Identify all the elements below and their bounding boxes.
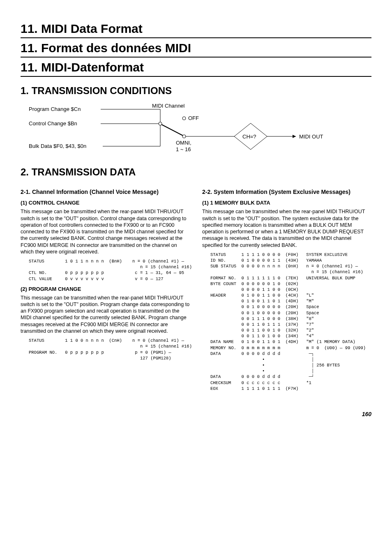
- diag-off: OFF: [188, 115, 199, 121]
- title-en: 11. MIDI Data Format: [21, 21, 371, 38]
- diag-midi-channel: MIDI Channel: [152, 103, 185, 109]
- col-left: 2-1. Channel Information (Channel Voice …: [21, 183, 190, 394]
- svg-point-5: [182, 117, 186, 120]
- title-de: 11. MIDI-Datenformat: [21, 59, 371, 77]
- s21-heading: 2-1. Channel Information (Channel Voice …: [21, 188, 190, 196]
- cc-title: (1) CONTROL CHANGE: [21, 200, 190, 207]
- pc-body: This message can be transmitted when the…: [21, 295, 190, 335]
- page-number: 160: [21, 410, 371, 418]
- bulk-table: STATUS 1 1 1 1 0 0 0 0 (F0H) SYSTEM EXCL…: [210, 252, 371, 391]
- cc-table: STATUS 1 0 1 1 n n n n (BnH) n = 0 (chan…: [29, 258, 190, 282]
- pc-title: (2) PROGRAM CHANGE: [21, 286, 190, 293]
- diag-midi-out: MIDI OUT: [299, 134, 323, 140]
- diag-omni: OMNI,: [176, 140, 191, 146]
- diag-control-change: Control Change $Bn: [29, 120, 77, 127]
- section1-heading: 1. TRANSMISSION CONDITIONS: [21, 84, 371, 97]
- s22-heading: 2-2. System Information (System Exclusiv…: [202, 188, 371, 196]
- title-fr: 11. Format des données MIDI: [21, 40, 371, 58]
- bulk-body: This message can be transmitted when the…: [202, 208, 371, 249]
- transmission-diagram: Program Change $Cn Control Change $Bn Bu…: [29, 103, 371, 158]
- section2-heading: 2. TRANSMISSION DATA: [21, 166, 371, 178]
- diag-program-change: Program Change $Cn: [29, 106, 81, 112]
- diag-chq: CH=?: [242, 134, 256, 140]
- col-right: 2-2. System Information (System Exclusiv…: [202, 183, 371, 394]
- cc-body: This message can be transmitted when the…: [21, 208, 190, 255]
- bulk-title: (1) 1 MEMORY BULK DATA: [202, 200, 371, 207]
- diag-range: 1 ~ 16: [176, 146, 191, 152]
- diagram-svg: Program Change $Cn Control Change $Bn Bu…: [29, 103, 325, 156]
- pc-table: STATUS 1 1 0 0 n n n n (CnH) n = 0 (chan…: [29, 338, 190, 361]
- svg-marker-11: [293, 135, 296, 138]
- svg-line-7: [161, 124, 183, 136]
- diag-bulk-data: Bulk Data $F0, $43, $0n: [29, 143, 86, 149]
